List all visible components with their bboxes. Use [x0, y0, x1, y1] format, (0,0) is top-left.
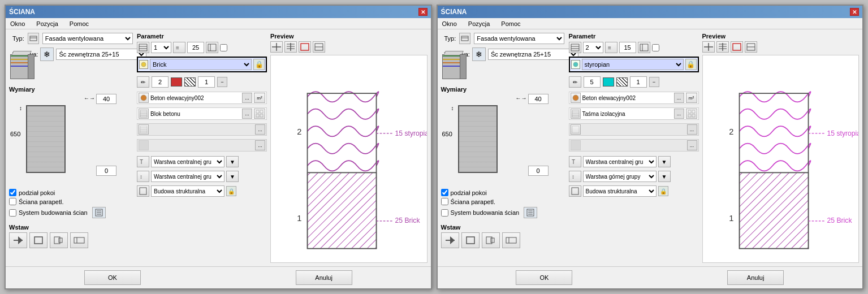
snowflake-btn-1[interactable]: ❄	[40, 47, 54, 61]
material-select-1[interactable]: Brick	[150, 59, 252, 70]
menu-okno-1[interactable]: Okno	[8, 20, 27, 28]
checkbox-podz-1[interactable]	[9, 189, 16, 196]
menu-pozycja-1[interactable]: Pozycja	[34, 20, 61, 28]
param-num-select-1[interactable]: 1	[151, 42, 171, 53]
close-button-1[interactable]: ✕	[418, 8, 427, 16]
dim-zero-input-1[interactable]	[96, 166, 116, 176]
typ-select-2[interactable]: Fasada wentylowana	[474, 33, 564, 44]
param-icon-2c[interactable]	[638, 42, 650, 53]
prev-icon-2c[interactable]	[731, 41, 743, 53]
layer-sphere-icon-1[interactable]	[139, 93, 149, 103]
prev-icon-2a[interactable]	[702, 41, 715, 53]
layer-dots-1d[interactable]: ...	[255, 140, 265, 150]
pencil-icon-2[interactable]: ✏	[569, 76, 581, 88]
wstaw-btn-2d[interactable]	[502, 232, 520, 248]
typ-select-1[interactable]: Fasada wentylowana	[42, 33, 133, 44]
minus-btn-2[interactable]: −	[649, 77, 659, 87]
layer-m2-icon-2[interactable]: m²	[686, 93, 697, 103]
dd-icon-1a[interactable]: T	[137, 156, 149, 167]
material-select-2[interactable]: styropian	[582, 59, 684, 70]
layer-tile-icon-1b[interactable]	[254, 109, 265, 119]
dd-icon-2c[interactable]	[569, 185, 581, 197]
wstaw-btn-2b[interactable]	[461, 232, 480, 248]
dim-zero-input-2[interactable]	[528, 166, 549, 176]
layer-dots-1b[interactable]: ...	[242, 109, 252, 119]
wstaw-btn-1c[interactable]	[50, 232, 68, 248]
layer-dots-2d[interactable]: ...	[687, 140, 697, 150]
dropdown-1c[interactable]: Budowa strukturalna	[151, 185, 224, 197]
param-thickness-input-1[interactable]	[187, 42, 204, 53]
layer-dots-1c[interactable]: ...	[255, 124, 265, 135]
param-num-select-2[interactable]: 2	[583, 42, 603, 53]
wstaw-btn-2c[interactable]	[482, 232, 500, 248]
pencil-icon-1[interactable]: ✏	[137, 76, 149, 88]
dd-icon-2b[interactable]: ↕	[569, 171, 581, 182]
wstaw-btn-1d[interactable]	[70, 232, 88, 248]
layer-tile-icon-2b[interactable]	[686, 109, 697, 119]
hatch-icon-2[interactable]	[616, 77, 628, 87]
checkbox-sciana-2[interactable]	[441, 198, 448, 205]
dropdown-1b[interactable]: Warstwa centralnej gru	[151, 171, 224, 182]
dd-icon-1b[interactable]: ↕	[137, 171, 149, 182]
snowflake-btn-2[interactable]: ❄	[472, 47, 486, 61]
lock-btn-1[interactable]: 🔒	[253, 59, 265, 70]
warstwa-select-2[interactable]: Śc zewnętrzna 25+15	[488, 49, 578, 60]
layer-dots-1a[interactable]: ...	[242, 93, 252, 103]
ok-button-2[interactable]: OK	[516, 270, 572, 285]
wstaw-btn-1b[interactable]	[29, 232, 47, 248]
layer-dots-2b[interactable]: ...	[674, 109, 684, 119]
param-icon-2a[interactable]	[569, 42, 581, 53]
dim-width-input-1[interactable]	[96, 94, 116, 104]
param-check-1[interactable]	[220, 44, 227, 51]
prev-icon-1a[interactable]	[270, 41, 283, 53]
hatch-icon-1[interactable]	[184, 77, 196, 87]
menu-pomoc-2[interactable]: Pomoc	[499, 20, 522, 28]
prev-icon-1c[interactable]	[299, 41, 311, 53]
prev-icon-1d[interactable]	[313, 41, 325, 53]
dim-width-input-2[interactable]	[528, 94, 549, 104]
hatch-count-input-2[interactable]	[630, 76, 647, 88]
dd-arrow-1b[interactable]: ▼	[226, 171, 239, 182]
wstaw-btn-2a[interactable]	[441, 232, 459, 248]
prev-icon-2b[interactable]	[716, 41, 729, 53]
dropdown-2c[interactable]: Budowa strukturalna	[583, 185, 657, 197]
warstwa-select-1[interactable]: Śc zewnętrzna 25+15	[56, 49, 146, 60]
layer-hatch-icon-2b[interactable]	[571, 109, 581, 119]
dropdown-2b[interactable]: Warstwa górnej grupy	[583, 171, 657, 182]
dd-arrow-1a[interactable]: ▼	[226, 156, 239, 167]
param-thickness-input-2[interactable]	[619, 42, 636, 53]
hatch-num-input-2[interactable]	[584, 76, 601, 88]
checkbox-podz-2[interactable]	[441, 189, 448, 196]
wstaw-btn-1a[interactable]	[9, 232, 27, 248]
dd-arrow-2a[interactable]: ▼	[658, 156, 671, 167]
menu-pomoc-1[interactable]: Pomoc	[67, 20, 91, 28]
param-icon-1b[interactable]: ≡	[173, 42, 185, 53]
dd-lock-1c[interactable]: 🔒	[226, 186, 236, 196]
menu-okno-2[interactable]: Okno	[440, 20, 459, 28]
checkbox-sciana-1[interactable]	[9, 198, 16, 205]
close-button-2[interactable]: ✕	[850, 8, 859, 16]
prev-icon-2d[interactable]	[745, 41, 757, 53]
dropdown-2a[interactable]: Warstwa centralnej gru	[583, 156, 657, 167]
ok-button-1[interactable]: OK	[84, 270, 141, 285]
minus-btn-1[interactable]: −	[217, 77, 227, 87]
color-box-1[interactable]	[171, 77, 182, 87]
material-color-icon-1[interactable]	[139, 60, 148, 69]
prev-icon-1b[interactable]	[284, 41, 297, 53]
param-icon-2b[interactable]: ≡	[605, 42, 617, 53]
system-icon-2[interactable]	[524, 207, 537, 218]
param-check-2[interactable]	[652, 44, 659, 51]
layer-dots-2a[interactable]: ...	[674, 93, 684, 103]
dropdown-1a[interactable]: Warstwa centralnej gru	[151, 156, 224, 167]
checkbox-system-1[interactable]	[9, 209, 16, 217]
hatch-num-input-1[interactable]	[152, 76, 169, 88]
checkbox-system-2[interactable]	[441, 209, 448, 217]
dd-arrow-2b[interactable]: ▼	[658, 171, 671, 182]
color-box-2[interactable]	[603, 77, 614, 87]
dd-lock-2c[interactable]: 🔒	[658, 186, 668, 196]
layer-hatch-icon-1b[interactable]	[139, 109, 149, 119]
lock-btn-2[interactable]: 🔒	[685, 59, 697, 70]
dd-icon-1c[interactable]	[137, 185, 149, 197]
system-icon-1[interactable]	[92, 207, 106, 218]
layer-m2-icon-1[interactable]: m²	[254, 93, 265, 103]
